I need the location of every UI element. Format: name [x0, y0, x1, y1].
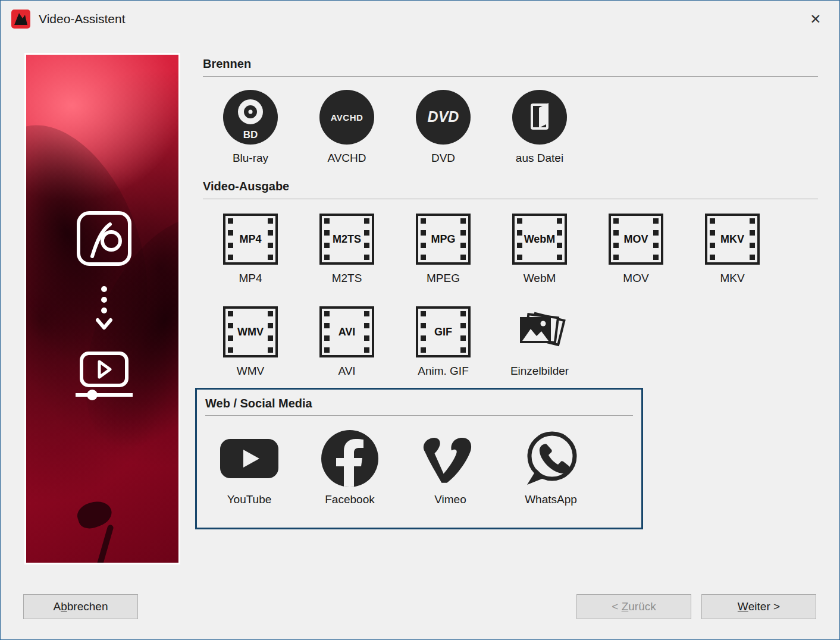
video-output-row-1: MP4 MP4 M2TS M2TS MPG MPEG WebM WebM MOV [211, 214, 772, 285]
option-label: WMV [237, 365, 264, 378]
option-label: MOV [623, 272, 648, 285]
option-label: Blu-ray [233, 152, 268, 165]
filmstrip-icon: MOV [609, 214, 663, 265]
option-label: MPEG [427, 272, 460, 285]
burn-option-from-file[interactable]: aus Datei [500, 90, 579, 165]
format-tile-avi[interactable]: AVI AVI [308, 306, 386, 378]
format-tile-wmv[interactable]: WMV WMV [211, 306, 290, 378]
option-label: AVI [338, 365, 355, 378]
filmstrip-icon: AVI [319, 306, 374, 357]
format-tile-webm[interactable]: WebM WebM [500, 214, 579, 285]
social-tile-vimeo[interactable]: Vimeo [409, 428, 492, 506]
vimeo-icon [419, 431, 481, 486]
format-tile-mov[interactable]: MOV MOV [597, 214, 675, 285]
youtube-icon [220, 429, 279, 488]
svg-text:DVD: DVD [428, 108, 459, 125]
option-label: MP4 [239, 272, 262, 285]
filmstrip-icon: WebM [512, 214, 567, 265]
dvd-icon: DVD [416, 90, 471, 145]
filmstrip-icon: MP4 [223, 214, 278, 265]
section-header-web-social: Web / Social Media [205, 397, 633, 416]
format-tile-m2ts[interactable]: M2TS M2TS [308, 214, 386, 285]
option-label: Anim. GIF [418, 365, 469, 378]
bluray-disc-icon: BD [223, 90, 278, 145]
video-player-icon [74, 351, 134, 403]
burn-option-bluray[interactable]: BD Blu-ray [211, 90, 290, 165]
option-label: WebM [524, 272, 556, 285]
option-label: AVCHD [327, 152, 366, 165]
filmstrip-icon: M2TS [319, 214, 374, 265]
option-label: aus Datei [516, 152, 563, 165]
cancel-button[interactable]: Abbrechen [23, 594, 138, 619]
format-tile-mp4[interactable]: MP4 MP4 [211, 214, 290, 285]
burn-option-avchd[interactable]: AVCHD AVCHD [308, 90, 386, 165]
next-button[interactable]: Weiter > [701, 594, 816, 619]
close-button[interactable]: ✕ [805, 8, 826, 30]
section-header-video-ausgabe: Video-Ausgabe [203, 180, 818, 199]
svg-text:AVCHD: AVCHD [331, 112, 363, 123]
format-tile-einzelbilder[interactable]: Einzelbilder [500, 306, 579, 378]
avchd-icon: AVCHD [319, 90, 374, 145]
social-tile-youtube[interactable]: YouTube [208, 428, 291, 506]
filmstrip-icon: WMV [223, 306, 278, 357]
social-tile-facebook[interactable]: Facebook [308, 428, 391, 506]
from-file-icon [512, 90, 567, 145]
option-label: Einzelbilder [510, 365, 569, 378]
photo-icon [76, 210, 133, 267]
video-output-row-2: WMV WMV AVI AVI GIF Anim. GIF Einzelbild… [211, 306, 579, 378]
filmstrip-icon: MKV [705, 214, 760, 265]
dotted-arrow-down-icon [96, 286, 112, 337]
option-label: Facebook [325, 493, 374, 506]
format-tile-mpeg[interactable]: MPG MPEG [404, 214, 482, 285]
social-row: YouTube Facebook Vimeo [208, 428, 633, 506]
section-header-brennen: Brennen [203, 57, 818, 77]
whatsapp-icon [520, 428, 582, 490]
flower-stem-shape [87, 524, 114, 563]
burn-option-dvd[interactable]: DVD DVD [404, 90, 482, 165]
facebook-icon [320, 429, 380, 488]
back-button[interactable]: < Zurück [576, 594, 691, 619]
app-logo-icon [11, 10, 30, 29]
preview-panel [24, 53, 180, 564]
filmstrip-icon: GIF [416, 306, 471, 357]
option-label: Vimeo [434, 493, 466, 506]
option-label: MKV [720, 272, 744, 285]
photo-stack-icon [512, 306, 567, 357]
option-label: YouTube [227, 493, 272, 506]
social-tile-whatsapp[interactable]: WhatsApp [509, 428, 593, 506]
flower-preview-image [26, 55, 178, 563]
brennen-row: BD Blu-ray AVCHD AVCHD DVD DVD aus Datei [211, 90, 579, 165]
svg-text:BD: BD [243, 129, 258, 140]
filmstrip-icon: MPG [416, 214, 471, 265]
option-label: DVD [431, 152, 455, 165]
web-social-media-box: Web / Social Media YouTube Facebook [195, 388, 643, 529]
option-label: M2TS [332, 272, 362, 285]
option-label: WhatsApp [525, 493, 577, 506]
format-tile-mkv[interactable]: MKV MKV [693, 214, 772, 285]
window-title: Video-Assistent [39, 12, 126, 26]
title-bar: Video-Assistent ✕ [1, 1, 839, 37]
format-tile-anim-gif[interactable]: GIF Anim. GIF [404, 306, 482, 378]
